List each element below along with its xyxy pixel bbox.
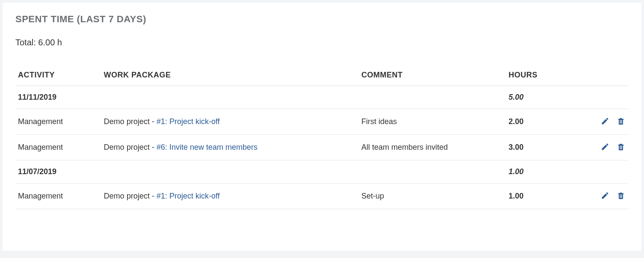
trash-icon[interactable] — [616, 190, 626, 201]
wp-prefix: Demo project - — [104, 192, 157, 200]
card-title: SPENT TIME (LAST 7 DAYS) — [15, 14, 629, 25]
col-header-comment: COMMENT — [359, 65, 506, 86]
date-cell: 11/07/2019 — [15, 160, 101, 184]
actions-cell — [579, 184, 629, 209]
trash-icon[interactable] — [616, 142, 626, 152]
total-label: Total: 6.00 h — [15, 38, 629, 47]
date-group-row: 11/07/2019 1.00 — [15, 160, 629, 184]
comment-cell: All team members invited — [359, 135, 506, 160]
date-group-row: 11/11/2019 5.00 — [15, 86, 629, 109]
comment-cell: Set-up — [359, 184, 506, 209]
time-entries-body: 11/11/2019 5.00 Management Demo project … — [15, 86, 629, 209]
table-row: Management Demo project - #1: Project ki… — [15, 184, 629, 209]
actions-cell — [579, 109, 629, 135]
hours-cell: 2.00 — [506, 109, 579, 135]
spent-time-card: SPENT TIME (LAST 7 DAYS) Total: 6.00 h A… — [3, 3, 641, 251]
col-header-actions — [579, 65, 629, 86]
work-package-cell: Demo project - #1: Project kick-off — [101, 184, 359, 209]
table-row: Management Demo project - #6: Invite new… — [15, 135, 629, 160]
activity-cell: Management — [15, 135, 101, 160]
table-row: Management Demo project - #1: Project ki… — [15, 109, 629, 135]
col-header-work-package: WORK PACKAGE — [101, 65, 359, 86]
col-header-hours: HOURS — [506, 65, 579, 86]
edit-icon[interactable] — [600, 190, 610, 201]
trash-icon[interactable] — [616, 116, 626, 126]
work-package-cell: Demo project - #6: Invite new team membe… — [101, 135, 359, 160]
col-header-activity: ACTIVITY — [15, 65, 101, 86]
work-package-cell: Demo project - #1: Project kick-off — [101, 109, 359, 135]
wp-prefix: Demo project - — [104, 117, 157, 126]
hours-cell: 3.00 — [506, 135, 579, 160]
time-entries-table: ACTIVITY WORK PACKAGE COMMENT HOURS 11/1… — [15, 65, 629, 209]
hours-cell: 1.00 — [506, 184, 579, 209]
edit-icon[interactable] — [600, 116, 610, 126]
actions-cell — [579, 135, 629, 160]
activity-cell: Management — [15, 184, 101, 209]
wp-prefix: Demo project - — [104, 143, 157, 151]
subtotal-cell: 5.00 — [506, 86, 579, 109]
work-package-link[interactable]: #6: Invite new team members — [157, 143, 258, 151]
edit-icon[interactable] — [600, 142, 610, 152]
subtotal-cell: 1.00 — [506, 160, 579, 184]
date-cell: 11/11/2019 — [15, 86, 101, 109]
work-package-link[interactable]: #1: Project kick-off — [157, 117, 220, 126]
comment-cell: First ideas — [359, 109, 506, 135]
activity-cell: Management — [15, 109, 101, 135]
work-package-link[interactable]: #1: Project kick-off — [157, 192, 220, 200]
